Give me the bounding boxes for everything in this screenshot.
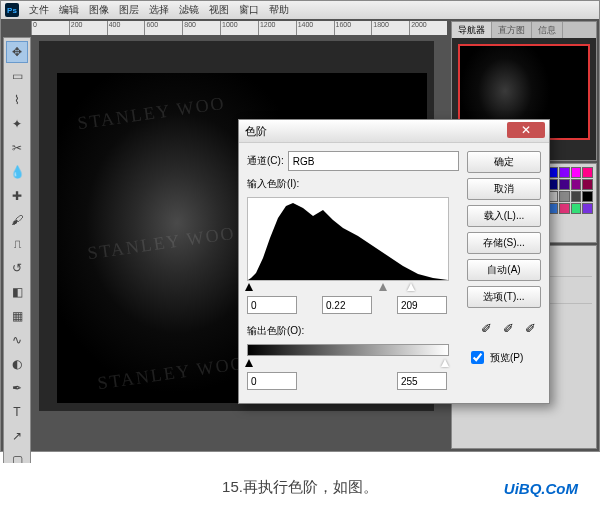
save-button[interactable]: 存储(S)... bbox=[467, 232, 541, 254]
horizontal-ruler: 0200400600800100012001400160018002000 bbox=[31, 21, 447, 35]
eraser-tool[interactable]: ◧ bbox=[6, 281, 28, 303]
black-point-slider[interactable] bbox=[245, 283, 253, 291]
type-tool[interactable]: T bbox=[6, 401, 28, 423]
output-black-slider[interactable] bbox=[245, 359, 253, 367]
menu-item[interactable]: 图层 bbox=[119, 3, 139, 17]
brush-tool[interactable]: 🖌 bbox=[6, 209, 28, 231]
levels-dialog: 色阶 ✕ 通道(C): RGB 输入色阶(I): 0 bbox=[238, 119, 550, 404]
dialog-titlebar[interactable]: 色阶 ✕ bbox=[239, 120, 549, 143]
move-tool[interactable]: ✥ bbox=[6, 41, 28, 63]
black-eyedropper-icon[interactable]: ✐ bbox=[481, 321, 497, 337]
brand-watermark: UiBQ.CoM bbox=[504, 480, 578, 497]
swatch[interactable] bbox=[559, 179, 570, 190]
output-gradient bbox=[247, 344, 449, 356]
input-black-field[interactable]: 0 bbox=[247, 296, 297, 314]
output-sliders[interactable] bbox=[247, 359, 447, 369]
auto-button[interactable]: 自动(A) bbox=[467, 259, 541, 281]
swatch[interactable] bbox=[571, 179, 582, 190]
menu-bar: Ps 文件 编辑 图像 图层 选择 滤镜 视图 窗口 帮助 bbox=[1, 1, 599, 19]
heal-tool[interactable]: ✚ bbox=[6, 185, 28, 207]
cancel-button[interactable]: 取消 bbox=[467, 178, 541, 200]
photoshop-window: Ps 文件 编辑 图像 图层 选择 滤镜 视图 窗口 帮助 0200400600… bbox=[0, 0, 600, 452]
dodge-tool[interactable]: ◐ bbox=[6, 353, 28, 375]
pen-tool[interactable]: ✒ bbox=[6, 377, 28, 399]
input-mid-field[interactable]: 0.22 bbox=[322, 296, 372, 314]
watermark: STANLEY WOO bbox=[86, 223, 237, 265]
swatch[interactable] bbox=[582, 203, 593, 214]
tab-info[interactable]: 信息 bbox=[532, 22, 563, 38]
watermark: STANLEY WOO bbox=[76, 93, 227, 135]
preview-check[interactable] bbox=[471, 351, 484, 364]
menu-item[interactable]: 图像 bbox=[89, 3, 109, 17]
options-button[interactable]: 选项(T)... bbox=[467, 286, 541, 308]
lasso-tool[interactable]: ⌇ bbox=[6, 89, 28, 111]
gradient-tool[interactable]: ▦ bbox=[6, 305, 28, 327]
stamp-tool[interactable]: ⎍ bbox=[6, 233, 28, 255]
ok-button[interactable]: 确定 bbox=[467, 151, 541, 173]
dialog-title: 色阶 bbox=[245, 124, 267, 139]
path-tool[interactable]: ↗ bbox=[6, 425, 28, 447]
eyedropper-tool[interactable]: 💧 bbox=[6, 161, 28, 183]
wand-tool[interactable]: ✦ bbox=[6, 113, 28, 135]
preview-checkbox[interactable]: 预览(P) bbox=[467, 348, 541, 367]
swatch[interactable] bbox=[559, 203, 570, 214]
input-sliders[interactable] bbox=[247, 283, 447, 293]
tab-histogram[interactable]: 直方图 bbox=[492, 22, 532, 38]
swatch[interactable] bbox=[559, 191, 570, 202]
swatch[interactable] bbox=[559, 167, 570, 178]
output-white-slider[interactable] bbox=[441, 359, 449, 367]
menu-item[interactable]: 选择 bbox=[149, 3, 169, 17]
menu-item[interactable]: 帮助 bbox=[269, 3, 289, 17]
menu-item[interactable]: 文件 bbox=[29, 3, 49, 17]
ps-logo-icon: Ps bbox=[5, 3, 19, 17]
menu-item[interactable]: 视图 bbox=[209, 3, 229, 17]
white-point-slider[interactable] bbox=[407, 283, 415, 291]
channel-select[interactable]: RGB bbox=[288, 151, 459, 171]
input-white-field[interactable]: 209 bbox=[397, 296, 447, 314]
swatch[interactable] bbox=[582, 191, 593, 202]
white-eyedropper-icon[interactable]: ✐ bbox=[525, 321, 541, 337]
history-brush-tool[interactable]: ↺ bbox=[6, 257, 28, 279]
output-black-field[interactable]: 0 bbox=[247, 372, 297, 390]
tab-navigator[interactable]: 导航器 bbox=[452, 22, 492, 38]
marquee-tool[interactable]: ▭ bbox=[6, 65, 28, 87]
output-levels-label: 输出色阶(O): bbox=[247, 324, 304, 338]
gray-eyedropper-icon[interactable]: ✐ bbox=[503, 321, 519, 337]
channel-label: 通道(C): bbox=[247, 154, 284, 168]
menu-item[interactable]: 编辑 bbox=[59, 3, 79, 17]
mid-point-slider[interactable] bbox=[379, 283, 387, 291]
menu-item[interactable]: 滤镜 bbox=[179, 3, 199, 17]
swatch[interactable] bbox=[582, 179, 593, 190]
output-white-field[interactable]: 255 bbox=[397, 372, 447, 390]
swatch[interactable] bbox=[571, 203, 582, 214]
histogram bbox=[247, 197, 449, 281]
close-button[interactable]: ✕ bbox=[507, 122, 545, 138]
watermark: STANLEY WOO bbox=[96, 353, 247, 395]
tools-panel: ✥ ▭ ⌇ ✦ ✂ 💧 ✚ 🖌 ⎍ ↺ ◧ ▦ ∿ ◐ ✒ T ↗ ▢ ✋ 🔍 bbox=[3, 37, 31, 511]
input-levels-label: 输入色阶(I): bbox=[247, 177, 299, 191]
blur-tool[interactable]: ∿ bbox=[6, 329, 28, 351]
menu-item[interactable]: 窗口 bbox=[239, 3, 259, 17]
swatch[interactable] bbox=[571, 191, 582, 202]
crop-tool[interactable]: ✂ bbox=[6, 137, 28, 159]
swatch[interactable] bbox=[582, 167, 593, 178]
load-button[interactable]: 载入(L)... bbox=[467, 205, 541, 227]
swatch[interactable] bbox=[571, 167, 582, 178]
